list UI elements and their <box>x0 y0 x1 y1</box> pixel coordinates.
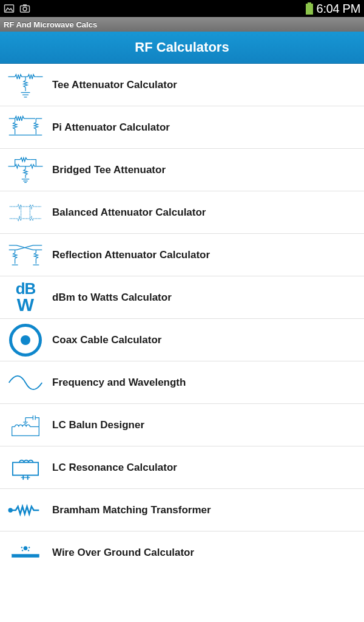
bridged-tee-icon <box>2 149 49 191</box>
lc-resonance-icon <box>2 446 49 489</box>
lc-balun-icon <box>2 404 49 446</box>
list-item-wire-over-ground[interactable]: Wire Over Ground Calculator <box>0 531 364 574</box>
list-item-lc-balun[interactable]: LC Balun Designer <box>0 404 364 446</box>
list-item-label: LC Balun Designer <box>49 419 144 431</box>
app-title: RF And Microwave Calcs <box>4 20 97 29</box>
svg-point-6 <box>24 546 27 550</box>
gallery-icon <box>4 3 15 14</box>
list-item-label: dBm to Watts Calculator <box>49 292 172 304</box>
list-item-lc-resonance[interactable]: LC Resonance Calculator <box>0 446 364 489</box>
battery-icon <box>306 2 313 15</box>
svg-point-2 <box>23 7 27 11</box>
list-item-label: Wire Over Ground Calculator <box>49 547 194 559</box>
status-clock: 6:04 PM <box>317 2 360 16</box>
dbm-watts-icon: dBW <box>2 276 49 319</box>
sine-wave-icon <box>2 361 49 404</box>
svg-rect-4 <box>13 462 38 475</box>
camera-icon <box>19 3 30 14</box>
list-item-label: Frequency and Wavelength <box>49 377 186 389</box>
bramham-icon <box>2 489 49 531</box>
svg-point-10 <box>28 550 29 551</box>
list-item-label: Balanced Attenuator Calculator <box>49 207 206 219</box>
list-item-reflection-attenuator[interactable]: Reflection Attenuator Calculator <box>0 234 364 276</box>
list-item-label: Tee Attenuator Calculator <box>49 79 177 91</box>
tee-attenuator-icon <box>2 64 49 106</box>
list-item-balanced-attenuator[interactable]: Balanced Attenuator Calculator <box>0 191 364 234</box>
list-item-coax-cable[interactable]: Coax Cable Calculator <box>0 319 364 361</box>
list-item-label: Bridged Tee Attenuator <box>49 164 166 176</box>
pi-attenuator-icon <box>2 106 49 149</box>
list-item-freq-wavelength[interactable]: Frequency and Wavelength <box>0 361 364 404</box>
android-status-bar: 6:04 PM <box>0 0 364 17</box>
list-item-bridged-tee[interactable]: Bridged Tee Attenuator <box>0 149 364 191</box>
list-item-dbm-watts[interactable]: dBW dBm to Watts Calculator <box>0 276 364 319</box>
list-item-label: LC Resonance Calculator <box>49 462 177 474</box>
svg-point-9 <box>22 550 23 551</box>
list-item-tee-attenuator[interactable]: Tee Attenuator Calculator <box>0 64 364 106</box>
list-item-label: Reflection Attenuator Calculator <box>49 249 210 261</box>
svg-point-5 <box>9 508 12 511</box>
list-item-label: Bramham Matching Transformer <box>49 504 211 516</box>
list-item-pi-attenuator[interactable]: Pi Attenuator Calculator <box>0 106 364 149</box>
balanced-attenuator-icon <box>2 191 49 234</box>
svg-rect-3 <box>23 4 27 5</box>
coax-cable-icon <box>2 319 49 361</box>
list-item-label: Pi Attenuator Calculator <box>49 121 170 134</box>
svg-point-8 <box>29 547 30 548</box>
app-title-bar: RF And Microwave Calcs <box>0 17 364 32</box>
svg-point-7 <box>21 547 22 548</box>
svg-rect-11 <box>12 554 39 557</box>
list-item-label: Coax Cable Calculator <box>49 334 161 346</box>
page-header: RF Calculators <box>0 32 364 64</box>
page-title: RF Calculators <box>135 39 229 55</box>
calculator-list: Tee Attenuator Calculator Pi Attenuator … <box>0 64 364 574</box>
wire-over-ground-icon <box>2 531 49 574</box>
list-item-bramham[interactable]: Bramham Matching Transformer <box>0 489 364 531</box>
reflection-attenuator-icon <box>2 234 49 276</box>
